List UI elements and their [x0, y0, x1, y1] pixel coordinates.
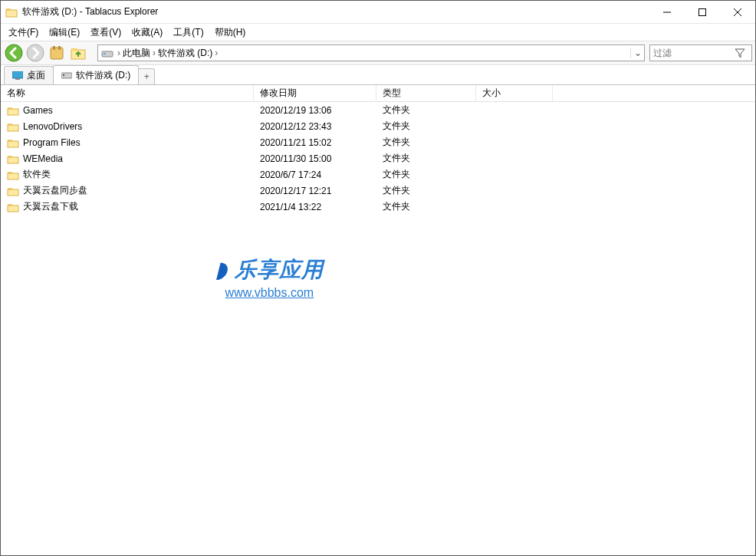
file-date: 2020/12/17 12:21 [254, 185, 376, 197]
folder-icon [7, 153, 19, 164]
desktop-icon [12, 71, 23, 81]
file-name: LenovoDrivers [23, 121, 82, 132]
col-header-type[interactable]: 类型 [376, 85, 476, 101]
maximize-button[interactable] [685, 1, 720, 23]
menu-view[interactable]: 查看(V) [86, 25, 126, 41]
menu-tools[interactable]: 工具(T) [169, 25, 208, 41]
file-type: 文件夹 [376, 151, 476, 166]
toolbar: › 此电脑 › 软件游戏 (D:) › ⌄ [1, 41, 755, 65]
table-row[interactable]: 天翼云盘同步盘2020/12/17 12:21文件夹 [1, 183, 755, 199]
menu-favorites[interactable]: 收藏(A) [127, 25, 167, 41]
menubar: 文件(F) 编辑(E) 查看(V) 收藏(A) 工具(T) 帮助(H) [1, 24, 755, 41]
file-type: 文件夹 [376, 199, 476, 214]
svg-rect-20 [8, 109, 18, 115]
tabbar: 桌面 软件游戏 (D:) + [1, 65, 755, 85]
up-button[interactable] [68, 43, 88, 63]
svg-rect-30 [8, 189, 18, 196]
svg-rect-32 [8, 206, 18, 212]
file-name: Games [23, 105, 53, 116]
tab-drive[interactable]: 软件游戏 (D:) [53, 65, 139, 84]
column-headers: 名称 修改日期 类型 大小 [1, 85, 755, 102]
window-controls [649, 1, 755, 23]
file-date: 2020/12/19 13:06 [254, 104, 376, 117]
col-header-size[interactable]: 大小 [476, 85, 553, 101]
menu-edit[interactable]: 编辑(E) [44, 25, 84, 41]
col-header-date[interactable]: 修改日期 [254, 85, 376, 101]
file-name: 天翼云盘下载 [23, 200, 78, 213]
close-button[interactable] [720, 1, 755, 23]
svg-point-7 [27, 44, 44, 61]
svg-rect-3 [699, 8, 706, 15]
new-tab-button[interactable]: + [138, 68, 155, 84]
file-type: 文件夹 [376, 119, 476, 133]
menu-help[interactable]: 帮助(H) [210, 25, 251, 41]
filter-input[interactable] [650, 48, 735, 58]
svg-rect-24 [8, 141, 18, 147]
svg-rect-8 [51, 48, 63, 59]
folder-icon [7, 121, 19, 132]
table-row[interactable]: Program Files2020/11/21 15:02文件夹 [1, 134, 755, 150]
file-type: 文件夹 [376, 167, 476, 182]
svg-point-6 [5, 44, 22, 61]
breadcrumb-part[interactable]: 软件游戏 (D:) [156, 46, 214, 61]
folder-icon [7, 105, 19, 116]
tab-desktop[interactable]: 桌面 [4, 66, 54, 84]
drive-icon [61, 71, 72, 80]
svg-rect-18 [63, 74, 64, 76]
svg-rect-26 [8, 157, 18, 163]
minimize-button[interactable] [649, 1, 685, 23]
file-size [476, 158, 553, 160]
breadcrumb-part[interactable]: 此电脑 [121, 46, 152, 61]
address-dropdown[interactable]: ⌄ [630, 48, 644, 58]
svg-rect-9 [53, 46, 55, 50]
table-row[interactable]: LenovoDrivers2020/12/12 23:43文件夹 [1, 118, 755, 134]
chevron-right-icon: › [117, 48, 120, 58]
svg-rect-14 [104, 53, 106, 54]
app-window: 软件游戏 (D:) - Tablacus Explorer 文件(F) 编辑(E… [0, 0, 756, 556]
table-row[interactable]: 天翼云盘下载2021/1/4 13:22文件夹 [1, 199, 755, 215]
chevron-right-icon: › [215, 48, 218, 58]
filter-box [649, 44, 752, 61]
file-name: Program Files [23, 137, 81, 148]
menu-file[interactable]: 文件(F) [4, 25, 43, 41]
forward-button[interactable] [25, 43, 45, 63]
content-area: 名称 修改日期 类型 大小 Games2020/12/19 13:06文件夹Le… [1, 85, 755, 555]
file-name: 天翼云盘同步盘 [23, 184, 87, 197]
table-row[interactable]: 软件类2020/6/7 17:24文件夹 [1, 166, 755, 183]
svg-rect-10 [58, 46, 61, 50]
titlebar: 软件游戏 (D:) - Tablacus Explorer [1, 1, 755, 24]
filter-icon[interactable] [735, 48, 750, 58]
folder-icon [7, 202, 19, 212]
svg-rect-22 [8, 125, 18, 131]
file-size [476, 126, 553, 127]
svg-rect-1 [6, 10, 17, 17]
file-date: 2020/11/21 15:02 [254, 137, 376, 149]
svg-rect-28 [8, 173, 18, 179]
history-button[interactable] [47, 43, 67, 63]
file-name: WEMedia [23, 153, 63, 164]
file-date: 2021/1/4 13:22 [254, 201, 376, 213]
file-date: 2020/6/7 17:24 [254, 169, 376, 181]
table-row[interactable]: WEMedia2020/11/30 15:00文件夹 [1, 150, 755, 166]
file-size [476, 190, 553, 192]
folder-icon [7, 186, 19, 196]
table-row[interactable]: Games2020/12/19 13:06文件夹 [1, 102, 755, 118]
file-size [476, 142, 553, 143]
folder-icon [7, 137, 19, 148]
file-type: 文件夹 [376, 103, 476, 117]
file-type: 文件夹 [376, 135, 476, 150]
file-name: 软件类 [23, 168, 51, 181]
file-date: 2020/11/30 15:00 [254, 153, 376, 165]
folder-icon [7, 169, 19, 180]
file-size [476, 110, 553, 111]
back-button[interactable] [4, 43, 24, 63]
app-icon [5, 6, 18, 18]
svg-rect-12 [71, 48, 77, 51]
file-type: 文件夹 [376, 183, 476, 198]
file-list[interactable]: Games2020/12/19 13:06文件夹LenovoDrivers202… [1, 102, 755, 555]
col-header-name[interactable]: 名称 [1, 85, 254, 101]
breadcrumb: › 此电脑 › 软件游戏 (D:) › [117, 46, 630, 61]
address-bar[interactable]: › 此电脑 › 软件游戏 (D:) › ⌄ [97, 44, 645, 61]
chevron-right-icon: › [153, 48, 156, 58]
file-size [476, 174, 553, 176]
